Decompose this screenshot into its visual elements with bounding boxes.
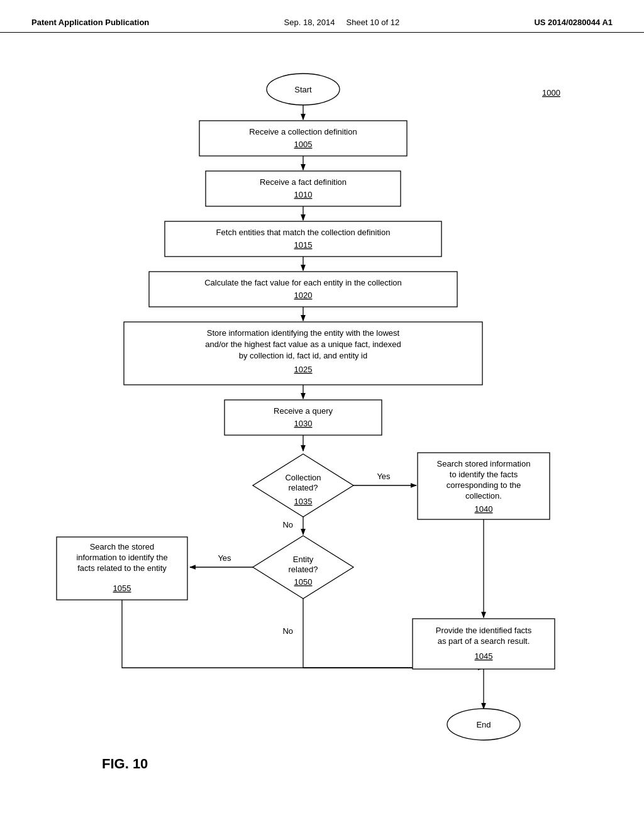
n1040-t4: collection.	[465, 491, 502, 501]
n1035-t2: related?	[289, 483, 318, 492]
end-text: End	[476, 720, 491, 729]
n1040-num: 1040	[475, 504, 493, 514]
n1055-t1: Search the stored	[90, 542, 155, 551]
pub-label: Patent Application Publication	[31, 18, 149, 27]
yes-1050: Yes	[218, 553, 231, 563]
n1025-t1: Store information identifying the entity…	[207, 328, 400, 338]
n1030-num: 1030	[294, 419, 313, 428]
header-bar: Patent Application Publication Sep. 18, …	[0, 0, 644, 33]
full-page-overlay: Patent Application Publication Sep. 18, …	[0, 0, 644, 830]
svg-rect-33	[206, 171, 401, 206]
n1015-num: 1015	[294, 240, 313, 250]
start-text: Start	[294, 85, 312, 94]
no-1050: No	[282, 626, 293, 636]
n1045-num: 1045	[475, 651, 493, 661]
n1050-t1: Entity	[293, 555, 314, 564]
n1035-num: 1035	[294, 497, 313, 506]
n1040-t1: Search stored information	[437, 459, 531, 468]
n1015-t1: Fetch entities that match the collection…	[216, 228, 391, 237]
n1055-num: 1055	[113, 584, 131, 593]
no-1035: No	[282, 520, 293, 529]
n1025-t2: and/or the highest fact value as a uniqu…	[205, 340, 401, 349]
n1020-num: 1020	[294, 290, 313, 300]
n1010-num: 1010	[294, 190, 313, 199]
patent-num: US 2014/0280044 A1	[534, 18, 613, 27]
n1050-num: 1050	[294, 577, 313, 587]
n1055-t2: information to identify the	[76, 553, 167, 562]
svg-rect-41	[225, 400, 382, 435]
n1005-num: 1005	[294, 140, 313, 149]
n1025-t3: by collection id, fact id, and entity id	[239, 351, 368, 360]
n1030-t1: Receive a query	[274, 406, 333, 416]
svg-rect-35	[165, 221, 441, 257]
fig-10-label: FIG. 10	[102, 756, 148, 772]
svg-rect-31	[199, 121, 407, 156]
n1040-t2: to identify the facts	[450, 470, 518, 479]
n1050-t2: related?	[289, 565, 318, 574]
yes-1035: Yes	[377, 472, 391, 481]
n1020-t1: Calculate the fact value for each entity…	[204, 278, 402, 287]
ref-1000: 1000	[542, 88, 560, 97]
date-sheet-label: Sep. 18, 2014 Sheet 10 of 12	[284, 18, 400, 27]
n1040-t3: corresponding to the	[447, 480, 521, 490]
main-flowchart: .fc-text { font-family: Arial, sans-seri…	[39, 45, 605, 800]
n1005-t1: Receive a collection definition	[249, 127, 357, 136]
n1045-t2: as part of a search result.	[438, 636, 530, 646]
n1045-t1: Provide the identified facts	[436, 626, 532, 635]
n1055-t3: facts related to the entity	[77, 563, 167, 573]
svg-rect-37	[149, 272, 457, 307]
n1010-t1: Receive a fact definition	[260, 177, 347, 187]
n1025-num: 1025	[294, 365, 313, 374]
n1035-t1: Collection	[285, 473, 321, 482]
